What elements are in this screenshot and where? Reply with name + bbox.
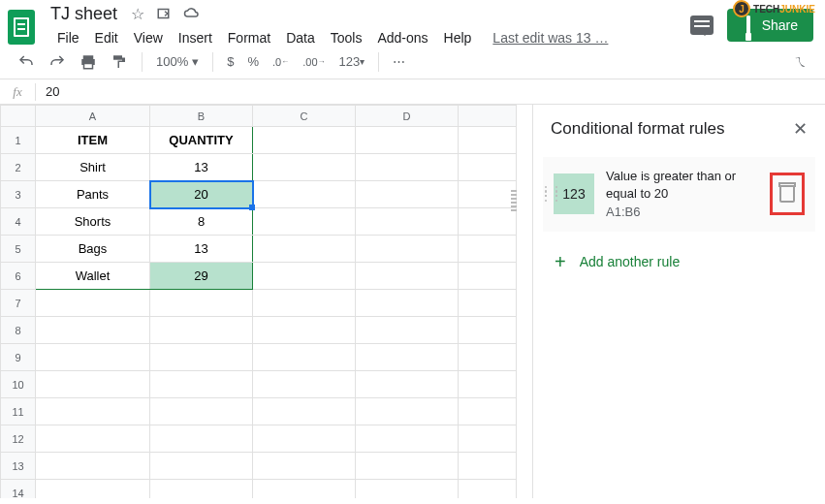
- cell[interactable]: Shorts: [36, 208, 150, 236]
- cell[interactable]: [459, 398, 517, 425]
- cell[interactable]: [150, 371, 253, 398]
- cell[interactable]: [356, 480, 459, 499]
- cell[interactable]: [253, 181, 356, 208]
- cell[interactable]: Bags: [36, 236, 150, 263]
- cell[interactable]: [356, 236, 459, 263]
- cell[interactable]: [150, 398, 253, 425]
- cell[interactable]: [150, 425, 253, 453]
- cell[interactable]: [36, 398, 150, 425]
- row-header[interactable]: 1: [1, 127, 36, 154]
- cell[interactable]: [150, 453, 253, 480]
- more-toolbar-button[interactable]: ⋯: [387, 50, 411, 73]
- format-currency-button[interactable]: $: [221, 50, 239, 73]
- cell[interactable]: [459, 425, 517, 453]
- formula-value[interactable]: 20: [36, 84, 59, 99]
- cell[interactable]: [36, 317, 150, 344]
- format-percent-button[interactable]: %: [241, 50, 265, 73]
- cell[interactable]: [356, 290, 459, 317]
- cell[interactable]: 13: [150, 154, 253, 181]
- cell[interactable]: [150, 317, 253, 344]
- cell[interactable]: [459, 263, 517, 290]
- undo-button[interactable]: [12, 49, 41, 75]
- row-header[interactable]: 3: [1, 181, 36, 208]
- star-icon[interactable]: ☆: [129, 5, 146, 22]
- cell[interactable]: Pants: [36, 181, 150, 208]
- cell[interactable]: [459, 154, 517, 181]
- number-format-select[interactable]: 123 ▾: [333, 50, 371, 73]
- comments-icon[interactable]: [690, 16, 714, 35]
- format-rule-item[interactable]: ⋮⋮⋮⋮ 123 Value is greater than or equal …: [543, 157, 815, 232]
- column-header[interactable]: C: [253, 106, 356, 127]
- cell[interactable]: [36, 344, 150, 371]
- cell[interactable]: [253, 127, 356, 154]
- cell[interactable]: [253, 154, 356, 181]
- row-header[interactable]: 12: [1, 425, 36, 453]
- cell[interactable]: [459, 344, 517, 371]
- row-header[interactable]: 7: [1, 290, 36, 317]
- cell[interactable]: [459, 480, 517, 499]
- cell[interactable]: [459, 453, 517, 480]
- row-header[interactable]: 8: [1, 317, 36, 344]
- row-header[interactable]: 9: [1, 344, 36, 371]
- menu-view[interactable]: View: [127, 28, 170, 47]
- menu-tools[interactable]: Tools: [324, 28, 369, 47]
- cell[interactable]: [253, 371, 356, 398]
- cell[interactable]: [253, 425, 356, 453]
- paint-format-button[interactable]: [105, 49, 134, 75]
- menu-help[interactable]: Help: [437, 28, 479, 47]
- cell[interactable]: [36, 290, 150, 317]
- cell[interactable]: [459, 236, 517, 263]
- print-button[interactable]: [74, 49, 103, 75]
- last-edit-link[interactable]: Last edit was 13 …: [486, 28, 615, 47]
- cell[interactable]: [150, 344, 253, 371]
- cell[interactable]: QUANTITY: [150, 127, 253, 154]
- menu-insert[interactable]: Insert: [172, 28, 219, 47]
- cell[interactable]: [36, 425, 150, 453]
- cell[interactable]: [253, 317, 356, 344]
- cell[interactable]: [459, 208, 517, 236]
- cloud-status-icon[interactable]: [183, 5, 201, 22]
- row-header[interactable]: 13: [1, 453, 36, 480]
- cell[interactable]: [253, 208, 356, 236]
- cell[interactable]: [253, 263, 356, 290]
- cell[interactable]: [356, 425, 459, 453]
- panel-resize-handle[interactable]: [510, 105, 518, 504]
- cell[interactable]: [253, 236, 356, 263]
- cell[interactable]: [356, 154, 459, 181]
- menu-file[interactable]: File: [50, 28, 86, 47]
- row-header[interactable]: 2: [1, 154, 36, 181]
- redo-button[interactable]: [43, 49, 72, 75]
- cell[interactable]: [356, 398, 459, 425]
- cell[interactable]: [356, 317, 459, 344]
- cell[interactable]: [150, 290, 253, 317]
- cell[interactable]: [356, 344, 459, 371]
- sheets-logo-icon[interactable]: [8, 10, 35, 45]
- cell[interactable]: 8: [150, 208, 253, 236]
- select-all-corner[interactable]: [1, 106, 36, 127]
- cell[interactable]: [253, 398, 356, 425]
- menu-format[interactable]: Format: [221, 28, 277, 47]
- cell[interactable]: [253, 453, 356, 480]
- close-icon[interactable]: ✕: [793, 118, 808, 140]
- cell[interactable]: [459, 290, 517, 317]
- cell[interactable]: [356, 371, 459, 398]
- cell[interactable]: 20: [150, 181, 253, 208]
- cell[interactable]: [356, 263, 459, 290]
- drag-handle-icon[interactable]: ⋮⋮⋮⋮: [539, 189, 560, 199]
- cell[interactable]: [459, 317, 517, 344]
- cell[interactable]: [253, 290, 356, 317]
- cell[interactable]: [356, 181, 459, 208]
- column-header[interactable]: B: [150, 106, 253, 127]
- menu-addons[interactable]: Add-ons: [370, 28, 434, 47]
- cell[interactable]: [459, 127, 517, 154]
- spreadsheet-grid[interactable]: ABCD1ITEMQUANTITY2Shirt133Pants204Shorts…: [0, 105, 532, 498]
- menu-edit[interactable]: Edit: [88, 28, 125, 47]
- move-icon[interactable]: [156, 5, 174, 22]
- row-header[interactable]: 4: [1, 208, 36, 236]
- cell[interactable]: 29: [150, 263, 253, 290]
- cell[interactable]: [356, 453, 459, 480]
- zoom-select[interactable]: 100% ▾: [150, 54, 205, 69]
- cell[interactable]: 13: [150, 236, 253, 263]
- column-header[interactable]: [459, 106, 517, 127]
- cell[interactable]: [150, 480, 253, 499]
